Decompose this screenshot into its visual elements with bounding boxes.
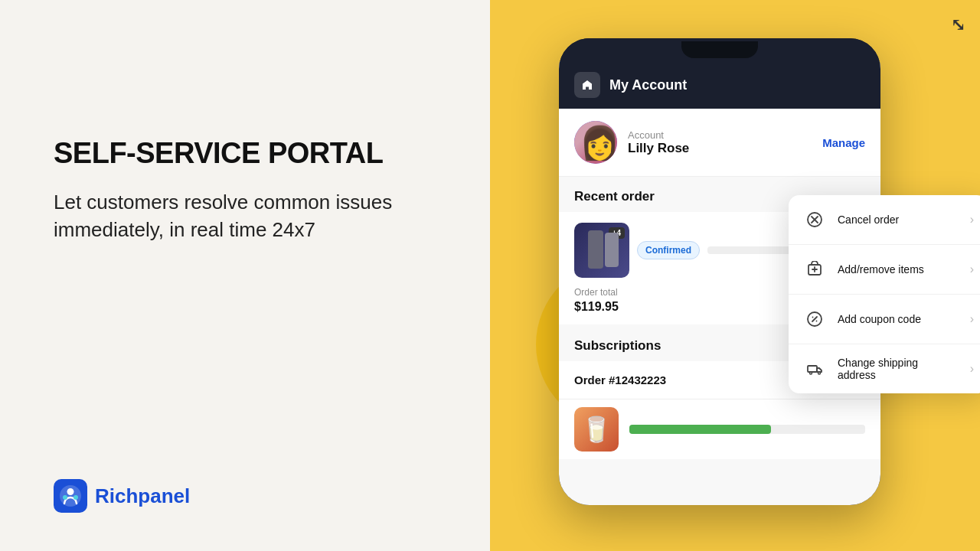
sub-text: Let customers resolve common issues imme… bbox=[54, 188, 436, 244]
cancel-order-label: Cancel order bbox=[838, 214, 959, 226]
svg-point-12 bbox=[818, 372, 821, 374]
manage-button[interactable]: Manage bbox=[822, 136, 865, 149]
dropdown-menu: Cancel order › Add/remove items › bbox=[789, 195, 980, 393]
dropdown-item-change-shipping[interactable]: Change shipping address › bbox=[789, 344, 980, 393]
subscription-order-number: Order #12432223 bbox=[574, 373, 666, 386]
avatar-face bbox=[574, 121, 617, 164]
richpanel-logo-icon bbox=[54, 479, 87, 513]
subscription-product-image: 🥛 bbox=[574, 407, 619, 452]
confirmed-badge: Confirmed bbox=[637, 241, 700, 259]
order-total-label: Order total bbox=[574, 287, 619, 298]
dropdown-item-add-remove-items[interactable]: Add/remove items › bbox=[789, 245, 980, 295]
left-panel: SELF-SERVICE PORTAL Let customers resolv… bbox=[0, 0, 490, 551]
add-remove-items-icon bbox=[802, 257, 827, 282]
subscriptions-title: Subscriptions bbox=[574, 338, 661, 354]
subscription-progress-bar-container bbox=[629, 425, 865, 434]
order-total-value: $119.95 bbox=[574, 300, 619, 314]
svg-point-1 bbox=[63, 495, 67, 500]
product-image: +4 bbox=[574, 223, 629, 278]
cancel-order-chevron-icon: › bbox=[970, 213, 974, 227]
notch-bar bbox=[681, 41, 758, 58]
cancel-order-icon bbox=[802, 207, 827, 232]
svg-point-11 bbox=[810, 372, 812, 374]
add-coupon-label: Add coupon code bbox=[838, 313, 959, 325]
account-label: Account bbox=[628, 129, 812, 141]
logo-text: Richpanel bbox=[95, 484, 190, 508]
avatar bbox=[574, 121, 617, 164]
svg-rect-10 bbox=[808, 366, 817, 372]
phone-header-title: My Account bbox=[609, 77, 687, 93]
add-coupon-chevron-icon: › bbox=[970, 312, 974, 326]
plus-badge: +4 bbox=[609, 227, 625, 239]
svg-point-2 bbox=[74, 495, 78, 500]
subscription-progress-bar-fill bbox=[629, 425, 771, 434]
order-total-group: Order total $119.95 bbox=[574, 287, 619, 314]
change-shipping-icon bbox=[802, 357, 827, 381]
logo-container: Richpanel bbox=[54, 479, 436, 513]
phone-header: My Account bbox=[559, 61, 880, 109]
dropdown-item-add-coupon[interactable]: Add coupon code › bbox=[789, 295, 980, 344]
dropdown-item-cancel-order[interactable]: Cancel order › bbox=[789, 195, 980, 245]
add-coupon-icon bbox=[802, 307, 827, 331]
account-section: Account Lilly Rose Manage bbox=[559, 109, 880, 177]
right-panel: ⤡ My Account Account bbox=[490, 0, 980, 551]
subscription-product-row: 🥛 bbox=[559, 399, 880, 459]
home-button[interactable] bbox=[574, 72, 600, 98]
change-shipping-label: Change shipping address bbox=[838, 357, 959, 381]
recent-order-title: Recent order bbox=[574, 189, 655, 204]
account-info: Account Lilly Rose bbox=[628, 129, 812, 156]
change-shipping-chevron-icon: › bbox=[970, 362, 974, 376]
add-remove-chevron-icon: › bbox=[970, 262, 974, 276]
resize-icon: ⤡ bbox=[951, 15, 965, 35]
add-remove-items-label: Add/remove items bbox=[838, 263, 959, 276]
left-content: SELF-SERVICE PORTAL Let customers resolv… bbox=[54, 138, 436, 244]
subscription-product-info bbox=[629, 425, 865, 434]
main-heading: SELF-SERVICE PORTAL bbox=[54, 138, 436, 170]
account-name: Lilly Rose bbox=[628, 141, 812, 156]
phone-notch bbox=[559, 38, 880, 61]
